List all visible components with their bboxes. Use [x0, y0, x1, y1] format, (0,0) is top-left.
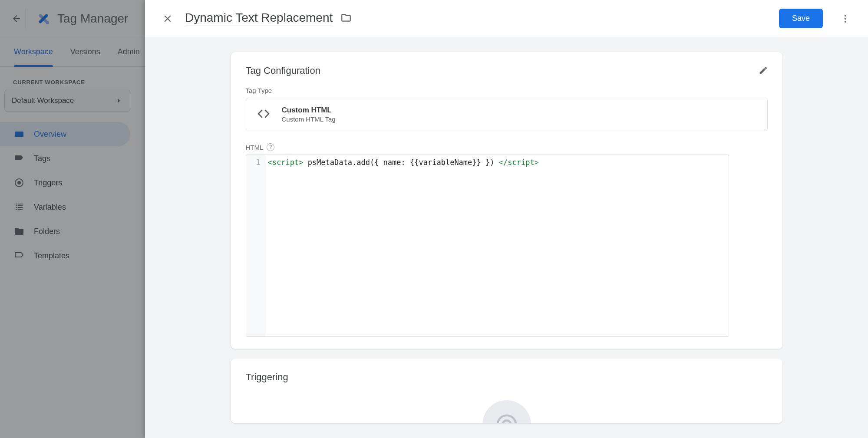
code-open-tag: <script>: [268, 158, 304, 167]
line-number: 1: [246, 158, 261, 167]
panel-content: Tag Configuration Tag Type Custom HTML C…: [145, 37, 868, 438]
folder-outline-icon[interactable]: [340, 12, 352, 25]
code-body: psMetaData.add({ name: {{variableName}} …: [303, 158, 498, 167]
pencil-icon: [759, 66, 768, 75]
tag-name-input[interactable]: Dynamic Text Replacement: [185, 11, 333, 26]
code-content[interactable]: <script> psMetaData.add({ name: {{variab…: [264, 155, 729, 336]
close-icon: [162, 13, 173, 24]
code-gutter: 1: [246, 155, 264, 336]
target-icon: [495, 412, 519, 423]
tag-type-name: Custom HTML: [282, 106, 336, 115]
help-icon[interactable]: ?: [267, 143, 274, 151]
triggering-card[interactable]: Triggering: [231, 359, 782, 423]
tag-type-label: Tag Type: [246, 87, 768, 94]
tag-type-selector[interactable]: Custom HTML Custom HTML Tag: [246, 98, 768, 131]
panel-header: Dynamic Text Replacement Save: [145, 0, 868, 37]
html-label: HTML: [246, 144, 264, 151]
svg-point-7: [845, 21, 846, 23]
tag-configuration-card: Tag Configuration Tag Type Custom HTML C…: [231, 52, 782, 349]
code-icon: [257, 107, 271, 122]
card-title: Tag Configuration: [246, 65, 768, 76]
more-vert-icon: [840, 13, 851, 24]
tag-type-sub: Custom HTML Tag: [282, 115, 336, 123]
svg-point-5: [845, 15, 846, 16]
svg-point-6: [845, 18, 846, 20]
html-code-editor[interactable]: 1 <script> psMetaData.add({ name: {{vari…: [246, 155, 729, 337]
close-button[interactable]: [157, 8, 178, 29]
card-title: Triggering: [246, 372, 768, 383]
html-label-row: HTML ?: [246, 143, 768, 151]
more-menu-button[interactable]: [835, 8, 856, 29]
trigger-placeholder: [246, 400, 768, 423]
tag-editor-panel: Dynamic Text Replacement Save Tag Config…: [145, 0, 868, 438]
svg-point-8: [498, 415, 516, 423]
save-button[interactable]: Save: [779, 9, 823, 28]
edit-button[interactable]: [754, 61, 773, 80]
tag-type-text: Custom HTML Custom HTML Tag: [282, 106, 336, 123]
code-close-tag: </script>: [499, 158, 539, 167]
title-wrap: Dynamic Text Replacement: [185, 11, 352, 26]
add-trigger-circle[interactable]: [482, 400, 531, 423]
